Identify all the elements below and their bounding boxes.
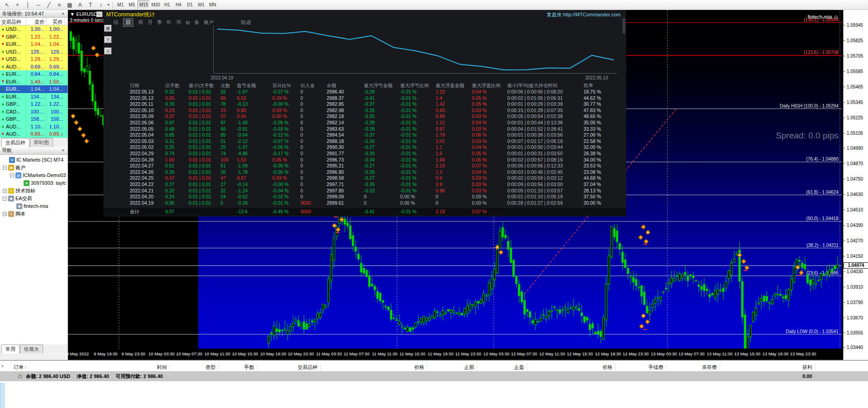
mtcommander-brand-link[interactable]: 复盘侠 http://MTCommander.com <box>547 11 621 18</box>
stats-row[interactable]: 2022.05.130.320.01 | 0.0132-1.97-0.07 %0… <box>130 89 624 95</box>
market-watch-row[interactable]: ▲USD...129....129... <box>0 48 68 56</box>
text-icon[interactable]: A <box>75 0 85 9</box>
market-watch-row[interactable]: ▲GBP...158....158... <box>0 115 68 123</box>
timeframe-h1[interactable]: H1 <box>162 0 173 9</box>
stats-row[interactable]: 2022.04.200.240.01 | 0.0124-0.52-0.02 %0… <box>130 194 624 200</box>
timeframe-m1[interactable]: M1 <box>115 0 126 9</box>
terminal-column-1[interactable]: 时间 <box>157 364 167 371</box>
stats-row[interactable]: 2022.04.260.260.01 | 0.0126-1.78-0.06 %0… <box>130 169 624 176</box>
terminal-column-6[interactable]: 止损 <box>464 364 474 371</box>
dropdown-icon[interactable]: ▾ <box>106 0 111 9</box>
stats-row[interactable]: 2022.04.270.510.01 | 0.0151-1.59-0.05 %0… <box>130 163 624 169</box>
terminal-column-9[interactable]: 手续费 <box>648 364 663 371</box>
grid-icon[interactable]: ▦ <box>64 0 75 9</box>
panel-scrollbar[interactable] <box>623 18 625 34</box>
market-watch-row[interactable]: ▲EUR...134....134... <box>0 93 68 101</box>
collapse-icon[interactable]: − <box>3 197 7 201</box>
market-watch-row[interactable]: ▲CAD...100....100... <box>0 108 68 116</box>
navigator-item[interactable]: −◉账户 <box>0 164 68 172</box>
timeframe-w1[interactable]: W1 <box>196 0 207 9</box>
market-watch-row[interactable]: ▲AUD...0.69...0.69... <box>0 63 68 71</box>
stats-tab-9[interactable]: 账户 <box>204 19 214 26</box>
navigator-item[interactable]: −◆EA交易 <box>0 195 68 202</box>
stats-tab-2[interactable]: 周 <box>138 19 143 26</box>
stats-row[interactable]: 2022.05.040.850.01 | 0.0185-3.64-0.12 %0… <box>130 132 624 138</box>
stats-row[interactable]: 2022.04.250.470.01 | 0.01470.870.03 %029… <box>130 175 624 182</box>
terminal-column-11[interactable]: 获利 <box>802 364 812 371</box>
timeframe-m15[interactable]: M15 <box>137 0 150 9</box>
time-axis[interactable]: 9 May 20229 May 19:309 May 23:3010 May 0… <box>68 349 843 360</box>
overlay-tool-button-2[interactable]: √ <box>104 48 112 54</box>
market-watch-row[interactable]: ▼EUR...1.04...1.04... <box>0 40 68 48</box>
terminal-column-2[interactable]: 类型 <box>206 364 216 371</box>
horizontal-line-icon[interactable]: ─ <box>33 0 44 9</box>
vertical-line-icon[interactable]: │ <box>23 0 33 9</box>
stats-tab-5[interactable]: 年 <box>167 19 172 26</box>
column-symbol[interactable]: 交易品种 <box>0 18 26 25</box>
stats-tab-3[interactable]: 月 <box>147 19 152 26</box>
column-sell[interactable]: 卖价 <box>26 18 46 25</box>
stats-row[interactable]: 2022.05.030.310.01 | 0.0131-2.12-0.07 %0… <box>130 138 624 145</box>
timeframe-h4[interactable]: H4 <box>173 0 184 9</box>
stats-tab-6[interactable]: 币 <box>176 19 181 26</box>
terminal-column-0[interactable]: 订单 / <box>14 364 26 371</box>
terminal-column-5[interactable]: 价格 <box>414 364 424 371</box>
timeframe-d1[interactable]: D1 <box>184 0 196 9</box>
expand-icon[interactable]: + <box>3 189 7 193</box>
market-watch-row[interactable]: ▼USD...1.29...1.29... <box>0 55 68 63</box>
market-watch-tab-symbols[interactable]: 交易品种 <box>1 138 29 147</box>
navigator-tab-favorites[interactable]: 收藏夹 <box>20 344 43 354</box>
trendline-icon[interactable]: ╱ <box>44 0 54 9</box>
stats-tab-0[interactable]: 综 <box>113 19 118 26</box>
terminal-column-3[interactable]: 手数 <box>244 364 254 371</box>
stats-row[interactable]: 2022.05.110.780.01 | 0.0178-0.13-0.00 %0… <box>130 101 624 108</box>
terminal-column-7[interactable]: 止盈 <box>514 364 524 371</box>
terminal-scroll-strip[interactable] <box>0 383 5 408</box>
market-watch-row[interactable]: ▲EUR...1.04...1.04... <box>0 85 68 93</box>
stats-row[interactable]: 2022.05.060.970.01 | 0.0197-1.49-0.05 %0… <box>130 120 624 126</box>
terminal-column-10[interactable]: 库存费 <box>702 364 717 371</box>
stats-row[interactable]: 2022.05.120.650.01 | 0.01655.520.19 %029… <box>130 95 624 102</box>
stats-tab-4[interactable]: 季 <box>157 19 162 26</box>
market-watch-row[interactable]: ▼EUR...1.49...1.50... <box>0 78 68 86</box>
close-icon[interactable]: × <box>60 11 66 16</box>
market-watch-titlebar[interactable]: 市场报价: 10:54:47 × <box>0 10 68 18</box>
terminal-column-4[interactable]: 交易品种 <box>298 364 318 371</box>
stats-row[interactable]: 2022.04.281.000.01 | 0.011001.520.05 %02… <box>130 157 624 163</box>
stats-tab-7[interactable]: M <box>186 20 190 25</box>
navigator-item[interactable]: +≡脚本 <box>0 210 68 218</box>
scroll-down-icon[interactable]: ∨ <box>61 132 64 136</box>
overlay-tool-button-1[interactable]: ? <box>104 36 112 43</box>
close-icon[interactable]: × <box>60 148 66 153</box>
stats-tab-1[interactable]: 日 <box>123 18 133 27</box>
timeframe-m5[interactable]: M5 <box>126 0 137 9</box>
mtcommander-panel[interactable]: MTCommander统计 复盘侠 http://MTCommander.com… <box>103 10 626 216</box>
collapse-icon[interactable]: − <box>3 166 7 170</box>
market-watch-row[interactable]: ▲GBP...1.22...1.22... <box>0 100 68 108</box>
stats-tab-10[interactable]: 轨迹 <box>241 19 251 26</box>
timeframe-m30[interactable]: M30 <box>150 0 161 9</box>
market-watch-row[interactable]: ▼GBP...1.22...1.22... <box>0 33 68 41</box>
stats-row[interactable]: 2022.05.020.250.01 | 0.0125-1.47-0.05 %0… <box>130 144 624 151</box>
column-buy[interactable]: 买价 ∧ <box>46 18 64 25</box>
stats-row[interactable]: 2022.04.210.320.01 | 0.0132-1.24-0.04 %0… <box>130 188 624 194</box>
stats-row[interactable]: 2022.04.190.050.01 | 0.015-0.39-0.01 %30… <box>130 200 624 206</box>
navigator-item[interactable]: +f技术指标 <box>0 187 68 195</box>
crosshair-icon[interactable]: + <box>12 0 23 9</box>
stats-row[interactable]: 2022.04.290.740.01 | 0.0174-4.96-0.17 %0… <box>130 151 624 157</box>
expand-icon[interactable]: + <box>3 212 7 216</box>
navigator-item[interactable]: MIC Markets (SC) MT4 <box>0 156 68 164</box>
navigator-item[interactable]: ●30979303: taylc <box>0 179 68 187</box>
stats-row[interactable]: 2022.05.090.370.01 | 0.01370.040.00 %029… <box>130 113 624 120</box>
market-watch-row[interactable]: ▼AUD...0.89...0.89...∨ <box>0 130 68 138</box>
fibonacci-icon[interactable]: ≡ <box>53 0 66 11</box>
timeframe-mn[interactable]: MN <box>207 0 218 9</box>
stats-row[interactable]: 2022.05.100.230.01 | 0.01230.800.03 %029… <box>130 108 624 114</box>
collapse-icon[interactable]: − <box>10 173 14 177</box>
navigator-titlebar[interactable]: 导航 × <box>0 147 68 155</box>
cursor-icon[interactable]: ↖ <box>2 0 12 9</box>
stats-row[interactable]: 2022.04.220.270.01 | 0.0127-0.14-0.00 %0… <box>130 182 624 188</box>
market-watch-row[interactable]: ▲USD...1.00...1.00... <box>0 25 68 33</box>
terminal-column-8[interactable]: 价格 <box>603 364 613 371</box>
minimize-button[interactable]: − <box>96 11 103 17</box>
